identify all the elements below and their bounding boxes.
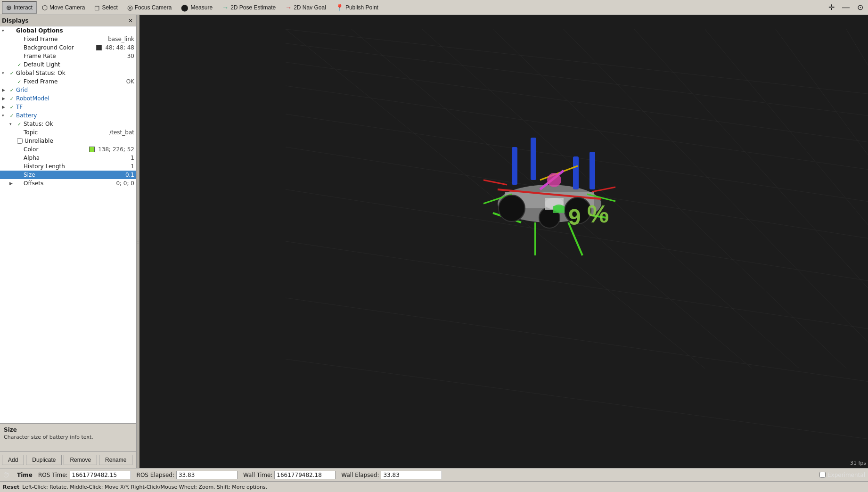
- tree-item-global-options[interactable]: ▾Global Options: [0, 26, 136, 35]
- item-value-background-color: 48; 48; 48: [103, 44, 134, 51]
- item-checkmark-tf: [8, 105, 15, 110]
- tree-arrow: ▾: [2, 113, 8, 118]
- tree-arrow: ▾: [2, 71, 8, 75]
- info-title: Size: [4, 426, 132, 433]
- color-swatch-battery-color: [89, 147, 95, 152]
- tree-item-battery-status[interactable]: ▾Status: Ok: [0, 120, 136, 128]
- item-label-grid: Grid: [15, 87, 134, 93]
- focus-camera-icon: ◎: [127, 4, 133, 11]
- svg-point-40: [547, 173, 561, 187]
- remove-button[interactable]: Remove: [64, 455, 97, 465]
- experimental-label: Experimental: [827, 472, 865, 478]
- tree-item-fixed-frame[interactable]: Fixed Framebase_link: [0, 35, 136, 43]
- item-checkmark-battery-status: [16, 122, 23, 127]
- tree-item-battery-color[interactable]: Color138; 226; 52: [0, 145, 136, 154]
- select-label: Select: [102, 4, 117, 11]
- interact-button[interactable]: ⊕ Interact: [2, 1, 37, 14]
- settings-button[interactable]: ⊙: [854, 1, 866, 14]
- pose-estimate-button[interactable]: → 2D Pose Estimate: [218, 1, 280, 14]
- panel-close-button[interactable]: ✕: [127, 17, 134, 24]
- tree-item-background-color[interactable]: Background Color48; 48; 48: [0, 43, 136, 52]
- wall-time-section: Wall Time: 1661779482.18: [243, 471, 336, 479]
- publish-point-label: Publish Point: [345, 4, 378, 11]
- item-value-frame-rate: 30: [125, 53, 134, 59]
- tree-item-battery-offsets[interactable]: ▶Offsets0; 0; 0: [0, 179, 136, 188]
- experimental-section: Experimental: [819, 472, 865, 478]
- item-label-fixed-frame-status: Fixed Frame: [23, 78, 124, 85]
- tree-item-default-light[interactable]: Default Light: [0, 60, 136, 69]
- pose-estimate-label: 2D Pose Estimate: [230, 4, 276, 11]
- tree-item-global-status[interactable]: ▾Global Status: Ok: [0, 69, 136, 77]
- tree-item-fixed-frame-status[interactable]: Fixed FrameOK: [0, 77, 136, 86]
- tree-item-battery[interactable]: ▾Battery: [0, 111, 136, 120]
- item-label-global-status: Global Status: Ok: [15, 70, 134, 76]
- grid-canvas: % 9: [139, 15, 868, 468]
- nav-goal-button[interactable]: → 2D Nav Goal: [281, 1, 330, 14]
- tree-item-battery-alpha[interactable]: Alpha1: [0, 154, 136, 162]
- wall-elapsed-section: Wall Elapsed: 33.83: [341, 471, 442, 479]
- item-label-battery-alpha: Alpha: [23, 155, 129, 161]
- time-row: ⏱ Time ROS Time: 1661779482.15 ROS Elaps…: [0, 468, 868, 482]
- interact-icon: ⊕: [6, 4, 12, 11]
- item-checkmark-battery: [8, 113, 15, 118]
- tree-item-battery-unreliable[interactable]: Unreliable: [0, 137, 136, 145]
- item-checkbox-battery-unreliable[interactable]: [17, 138, 23, 144]
- select-icon: ◻: [94, 4, 100, 11]
- tree-item-tf[interactable]: ▶TF: [0, 103, 136, 111]
- 3d-viewport[interactable]: % 9 31 fps: [139, 15, 868, 468]
- tree-arrow: ▶: [9, 181, 16, 186]
- reset-button[interactable]: Reset: [3, 484, 19, 490]
- item-label-robot-model: RobotModel: [15, 95, 134, 102]
- tree-arrow: ▶: [2, 88, 8, 92]
- svg-rect-47: [553, 206, 565, 213]
- svg-text:%: %: [587, 200, 609, 228]
- tree-arrow: ▶: [2, 105, 8, 109]
- displays-header: Displays ✕: [0, 15, 136, 26]
- tree-item-battery-history[interactable]: History Length1: [0, 162, 136, 171]
- rename-button[interactable]: Rename: [99, 455, 132, 465]
- item-label-battery-color: Color: [23, 146, 89, 153]
- remove-overlay-button[interactable]: —: [839, 1, 852, 14]
- item-label-battery-unreliable: Unreliable: [24, 138, 134, 144]
- wall-elapsed-label: Wall Elapsed:: [341, 472, 379, 478]
- item-label-battery-topic: Topic: [23, 129, 107, 136]
- svg-rect-26: [531, 138, 536, 180]
- item-label-global-options: Global Options: [15, 27, 134, 34]
- color-swatch-background-color: [96, 45, 102, 50]
- time-section-label: Time: [17, 472, 33, 478]
- ros-time-value: 1661779482.15: [70, 471, 131, 479]
- svg-rect-1: [139, 15, 868, 468]
- measure-button[interactable]: ⬤ Measure: [177, 1, 217, 14]
- tree-item-robot-model[interactable]: ▶RobotModel: [0, 94, 136, 103]
- item-checkmark-grid: [8, 88, 15, 93]
- focus-camera-button[interactable]: ◎ Focus Camera: [123, 1, 176, 14]
- tree-item-battery-size[interactable]: Size0.1: [0, 171, 136, 179]
- tree-item-frame-rate[interactable]: Frame Rate30: [0, 52, 136, 60]
- move-camera-button[interactable]: ⬡ Move Camera: [38, 1, 89, 14]
- item-value-battery-alpha: 1: [129, 155, 134, 161]
- svg-rect-27: [573, 156, 579, 189]
- toolbar: ⊕ Interact ⬡ Move Camera ◻ Select ◎ Focu…: [0, 0, 868, 15]
- duplicate-button[interactable]: Duplicate: [26, 455, 62, 465]
- item-checkmark-default-light: [16, 62, 23, 67]
- fps-display: 31 fps: [850, 460, 866, 466]
- tree-item-grid[interactable]: ▶Grid: [0, 86, 136, 94]
- left-panel: Displays ✕ ▾Global OptionsFixed Framebas…: [0, 15, 137, 468]
- displays-title: Displays: [2, 17, 29, 24]
- wall-time-label: Wall Time:: [243, 472, 272, 478]
- add-button[interactable]: Add: [2, 455, 24, 465]
- add-overlay-button[interactable]: ✛: [826, 1, 837, 14]
- select-button[interactable]: ◻ Select: [90, 1, 122, 14]
- item-checkmark-robot-model: [8, 96, 15, 101]
- item-value-fixed-frame: base_link: [106, 36, 134, 42]
- experimental-checkbox[interactable]: [819, 472, 826, 478]
- tree-arrow: ▾: [2, 28, 8, 33]
- ros-elapsed-section: ROS Elapsed: 33.83: [137, 471, 237, 479]
- svg-rect-28: [590, 152, 595, 189]
- publish-point-button[interactable]: 📍 Publish Point: [331, 1, 383, 14]
- item-value-battery-color: 138; 226; 52: [96, 146, 134, 153]
- move-camera-label: Move Camera: [49, 4, 85, 11]
- focus-camera-label: Focus Camera: [135, 4, 172, 11]
- tree-item-battery-topic[interactable]: Topic/test_bat: [0, 128, 136, 137]
- measure-label: Measure: [190, 4, 213, 11]
